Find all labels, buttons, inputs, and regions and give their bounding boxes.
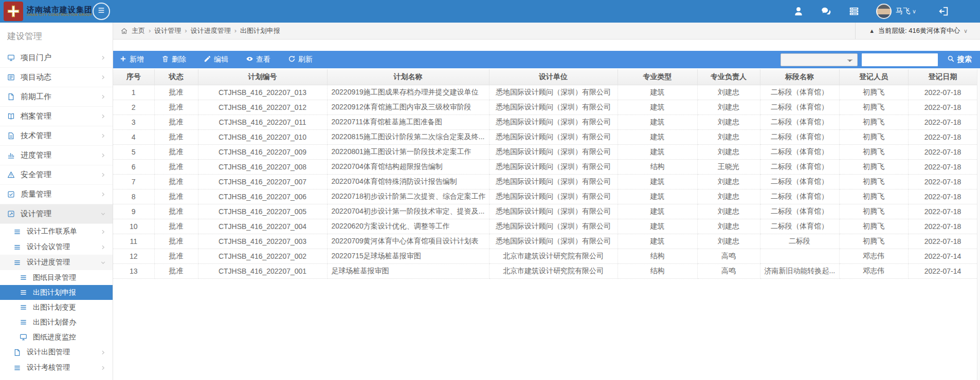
table-cell: 2022-07-18 (908, 85, 977, 100)
table-cell: 二标段（体育馆） (760, 85, 839, 100)
sidebar-item[interactable]: 质量管理 (0, 185, 113, 204)
table-cell: CTJHSB_416_202207_005 (198, 204, 327, 219)
table-cell: 王晓光 (697, 159, 760, 174)
search-input[interactable] (862, 53, 938, 66)
table-cell: 悉地国际设计顾问（深圳）有限公司 (489, 144, 618, 159)
sidebar: 建设管理 项目门户项目动态前期工作档案管理技术管理进度管理安全管理质量管理设计管… (0, 23, 113, 380)
view-button[interactable]: 查看 (246, 55, 270, 64)
chevron-right-icon (100, 365, 106, 371)
table-cell: 建筑 (618, 100, 697, 115)
breadcrumb-item[interactable]: 设计管理 (154, 27, 181, 34)
sidebar-item[interactable]: 图纸目录管理 (0, 270, 113, 285)
filter-select[interactable] (781, 53, 858, 66)
table-cell: 10 (113, 219, 154, 234)
table-cell: 批准 (154, 174, 198, 189)
list-icon (20, 289, 29, 297)
user-icon[interactable] (793, 6, 804, 17)
table-cell: 2022-07-18 (908, 129, 977, 144)
table-cell: 悉地国际设计顾问（深圳）有限公司 (489, 174, 618, 189)
table-cell: 20220912体育馆施工图内审及三级校审阶段 (327, 100, 489, 115)
list-icon (20, 303, 29, 312)
chevron-down-icon (100, 211, 106, 217)
table-row[interactable]: 6批准CTJHSB_416_202207_00820220704体育馆结构超限报… (113, 159, 977, 174)
avatar (876, 4, 892, 19)
tasks-icon[interactable] (848, 6, 860, 17)
edit-button[interactable]: 编辑 (204, 55, 228, 64)
sidebar-item[interactable]: 进度管理 (0, 146, 113, 165)
table-cell: 北京市建筑设计研究院有限公司 (489, 263, 618, 278)
table-row[interactable]: 5批准CTJHSB_416_202207_00920220801施工图设计第一阶… (113, 144, 977, 159)
table-row[interactable]: 12批准CTJHSB_416_202207_00220220715足球场桩基报审… (113, 249, 977, 263)
chevron-right-icon (100, 132, 106, 139)
sidebar-item[interactable]: 图纸进度监控 (0, 330, 113, 345)
table-cell: 二标段（体育馆） (760, 144, 839, 159)
refresh-button[interactable]: 刷新 (288, 55, 313, 64)
breadcrumb-item[interactable]: 主页 (132, 27, 145, 34)
search-button[interactable]: 搜索 (947, 55, 972, 64)
current-level-selector[interactable]: ▲ 当前层级: 416黄河体育中心 ∨ (855, 23, 973, 39)
table-row[interactable]: 2批准CTJHSB_416_202207_01220220912体育馆施工图内审… (113, 100, 977, 115)
table-cell: 2022-07-18 (908, 174, 977, 189)
table-row[interactable]: 1批准CTJHSB_416_202207_01320220919施工图成果存档办… (113, 85, 977, 100)
table-row[interactable]: 10批准CTJHSB_416_202207_00420220620方案设计优化、… (113, 219, 977, 234)
sidebar-item-label: 设计管理 (21, 209, 51, 219)
sidebar-item[interactable]: 项目动态 (0, 68, 113, 87)
sidebar-item[interactable]: 安全管理 (0, 165, 113, 185)
table-row[interactable]: 13批准CTJHSB_416_202207_001足球场桩基报审图北京市建筑设计… (113, 263, 977, 278)
sidebar-item[interactable]: 前期工作 (0, 87, 113, 107)
eye-icon (246, 55, 256, 64)
table-cell: 刘建忠 (697, 115, 760, 129)
sidebar-item[interactable]: 设计工作联系单 (0, 224, 113, 239)
vertical-scrollbar[interactable] (977, 69, 980, 380)
table-cell: 2022-07-18 (908, 159, 977, 174)
sidebar-item[interactable]: 设计会议管理 (0, 239, 113, 255)
table-cell: 初腾飞 (839, 174, 908, 189)
sidebar-item[interactable]: 设计管理 (0, 204, 113, 224)
logout-icon[interactable] (938, 6, 949, 17)
table-cell: 20220718初步设计阶第二次提资、综合定案工作 (327, 189, 489, 204)
messages-icon[interactable] (821, 6, 832, 17)
table-cell: 悉地国际设计顾问（深圳）有限公司 (489, 219, 618, 234)
sidebar-item[interactable]: 设计考核管理 (0, 360, 113, 375)
news-icon (7, 73, 16, 82)
table-row[interactable]: 8批准CTJHSB_416_202207_00620220718初步设计阶第二次… (113, 189, 977, 204)
table-row[interactable]: 9批准CTJHSB_416_202207_00520220704初步设计第一阶段… (113, 204, 977, 219)
chevron-right-icon (100, 93, 106, 100)
delete-button[interactable]: 删除 (161, 55, 186, 64)
sidebar-item[interactable]: 设计出图管理 (0, 345, 113, 360)
chevron-right-icon (100, 349, 106, 356)
breadcrumb-item[interactable]: 设计进度管理 (191, 27, 231, 34)
table-cell: 初腾飞 (839, 219, 908, 234)
sidebar-item-active[interactable]: 出图计划申报 (0, 285, 113, 300)
table-cell: 悉地国际设计顾问（深圳）有限公司 (489, 204, 618, 219)
table-row[interactable]: 7批准CTJHSB_416_202207_00720220704体育馆特殊消防设… (113, 174, 977, 189)
add-button[interactable]: 新增 (119, 55, 144, 64)
sidebar-item-label: 设计考核管理 (27, 363, 70, 372)
sidebar-item[interactable]: 档案管理 (0, 107, 113, 126)
sidebar-toggle-button[interactable] (93, 3, 110, 20)
table-row[interactable]: 3批准CTJHSB_416_202207_01120220711体育馆桩基施工图… (113, 115, 977, 129)
table-cell (760, 249, 839, 263)
trash-icon (161, 55, 172, 64)
user-menu[interactable]: 马飞 ∨ (876, 4, 916, 19)
table-cell: 20220704初步设计第一阶段技术审定、提资及... (327, 204, 489, 219)
table-cell: 13 (113, 263, 154, 278)
sidebar-item[interactable]: 出图计划变更 (0, 300, 113, 315)
table-cell: 1 (113, 85, 154, 100)
table-cell: 建筑 (618, 234, 697, 249)
column-header: 登记日期 (908, 69, 977, 85)
table-cell: 高鸣 (697, 249, 760, 263)
sidebar-item[interactable]: 技术管理 (0, 126, 113, 146)
table-cell: 批准 (154, 204, 198, 219)
chevron-right-icon (100, 229, 106, 235)
sidebar-item[interactable]: 出图计划督办 (0, 315, 113, 330)
table-cell: 初腾飞 (839, 100, 908, 115)
table-row[interactable]: 4批准CTJHSB_416_202207_01020220815施工图设计阶段第… (113, 129, 977, 144)
sidebar-item[interactable]: 项目门户 (0, 48, 113, 68)
sidebar-item[interactable]: 设计进度管理 (0, 255, 113, 270)
table-row[interactable]: 11批准CTJHSB_416_202207_00320220709黄河体育中心体… (113, 234, 977, 249)
document-icon (7, 93, 16, 101)
table-cell: 刘建忠 (697, 129, 760, 144)
table-cell: 二标段 (760, 234, 839, 249)
chevron-right-icon (100, 191, 106, 198)
